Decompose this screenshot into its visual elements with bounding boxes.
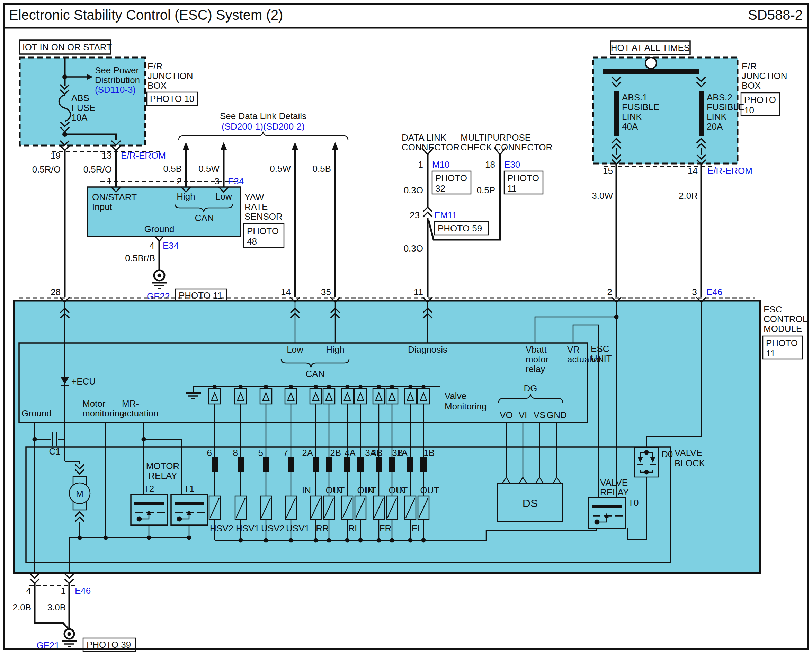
unit-ground-label: Ground [21,408,52,419]
bus-bar [603,69,699,74]
fuse-label-2: FUSE [71,102,95,113]
unit-can-high: High [326,344,344,355]
unit-ecu-label: +ECU [71,376,96,387]
yaw-pin-3: 3 [215,176,220,187]
abs2-link-3: LINK [707,112,727,122]
photo-48-line2: 48 [247,236,257,247]
connector-chevron-icon [30,573,39,583]
module-pin-2: 2 [607,287,612,297]
unit-vr-2: actuation [567,354,604,364]
svg-text:OUT: OUT [420,485,440,495]
photo-11-line1: PHOTO [766,338,798,348]
wiring-diagram-page: Electronic Stability Control (ESC) Syste… [0,0,812,653]
yaw-can-high: High [177,191,195,202]
wire-gauge: 3.0B [47,602,66,612]
connector-chevron-icon [65,573,74,583]
photo-10-label: PHOTO 10 [150,93,194,104]
bottom-connector-e46: E46 [75,586,91,596]
data-link-refs: (SD200-1)(SD200-2) [221,121,305,132]
wire-gauge: 0.3O [404,243,423,254]
valve-block-2: BLOCK [675,458,705,468]
photo-10-line2: 10 [744,105,754,115]
valve-monitoring-2: Monitoring [445,401,487,411]
fusible-link-icon [614,91,619,136]
valve-relay-2: RELAY [600,487,629,497]
unit-vbatt-1: Vbatt [526,344,547,355]
dg-vo: VO [500,410,513,420]
unit-mr-1: MR- [122,398,139,409]
er-junction-1: E/R [148,61,162,71]
unit-vr-1: VR [567,344,580,355]
unit-mr-2: actuation [122,408,159,419]
dlc-name-1: DATA LINK [402,132,447,143]
svg-text:FL: FL [412,523,422,534]
motor-relay-2: RELAY [148,470,177,481]
right-power-section: HOT AT ALL TIMES ABS.1 FUSIBLE LINK 40A … [592,41,787,297]
abs1-link-4: 40A [622,121,638,132]
wire-gauge: 0.5W [270,164,291,174]
svg-text:RL: RL [348,523,359,534]
yaw-pin-2: 2 [177,176,182,187]
dg-vi: VI [519,410,527,420]
yaw-pin-4: 4 [150,240,154,251]
yaw-rate-sensor-section: 1 2 3 E34 ON/START Input High Low CAN Gr… [87,176,284,302]
junction-dot [147,535,151,540]
yaw-name-1: YAW [244,192,264,202]
svg-text:HSV2: HSV2 [210,523,234,534]
abs2-link-1: ABS.2 [707,92,733,102]
hot-in-on-banner: HOT IN ON OR START [18,42,112,52]
coil-label: 2A [302,448,313,458]
wire-gauge: 0.5W [198,164,220,174]
abs2-link-4: 20A [707,121,723,132]
pin-15: 15 [603,165,613,176]
junction-dot [644,470,649,475]
module-name-3: MODULE [763,324,802,334]
d0-label: D0 [661,449,673,459]
wire-gauge: 3.0W [592,191,613,201]
hot-at-all-times-banner: HOT AT ALL TIMES [611,43,690,53]
dg-vs: VS [534,410,546,420]
fuse-label-1: ABS [71,93,89,103]
mpc-name-1: MULTIPURPOSE [461,132,531,143]
wire-gauge: 2.0B [13,602,32,612]
yaw-input-1: ON/START [92,192,137,202]
photo-39-label: PHOTO 39 [87,639,131,650]
module-pin-28: 28 [50,287,61,297]
junction-dot [78,535,82,540]
battery-terminal-icon [646,58,656,69]
t1-label: T1 [184,483,194,494]
motor-relay-1: MOTOR [146,461,179,471]
t0-label: T0 [628,497,638,508]
multipurpose-check-connector-section: MULTIPURPOSE CHECK CONNECTOR 18 E30 PHOT… [461,132,552,196]
mpc-name-2: CHECK CONNECTOR [461,142,552,153]
unit-can-low: Low [287,344,303,355]
yaw-pin-1: 1 [107,176,112,187]
coil-label: 2B [330,448,341,458]
dlc-connector-m10: M10 [432,159,450,170]
wire-gauge: 0.5B [313,164,331,174]
fusible-link-icon [699,91,704,136]
bottom-ground-section: 4 1 E46 2.0B 3.0B GE21 PHOTO 39 [13,573,136,651]
yaw-ground-label: Ground [144,224,174,234]
dg-label: DG [524,383,537,393]
see-data-link: See Data Link Details [220,111,307,121]
wire-gauge: 0.3O [404,185,423,196]
c1-label: C1 [49,446,60,457]
valve-monitoring-1: Valve [445,391,466,401]
svg-text:USV2: USV2 [261,523,285,534]
valve-block-1: VALVE [675,448,702,458]
pin-13: 13 [102,150,112,161]
wire-13-gauge: 0.5R/O [84,164,112,174]
coil-label: 8 [233,448,238,458]
coil-label: 1A [397,448,408,458]
ground-bars-icon [62,641,77,647]
coil-label: 5 [258,448,263,458]
photo-48-line1: PHOTO [247,226,279,236]
yaw-ground-wire-gauge: 0.5Br/B [125,253,155,263]
esc-unit-1: ESC [591,344,609,354]
yaw-connector-e34: E34 [228,176,244,187]
mpc-connector-e30: E30 [504,159,520,170]
yaw-name-3: SENSOR [244,211,282,222]
ground-ge21: GE21 [37,640,60,651]
page-title: Electronic Stability Control (ESC) Syste… [9,7,283,23]
